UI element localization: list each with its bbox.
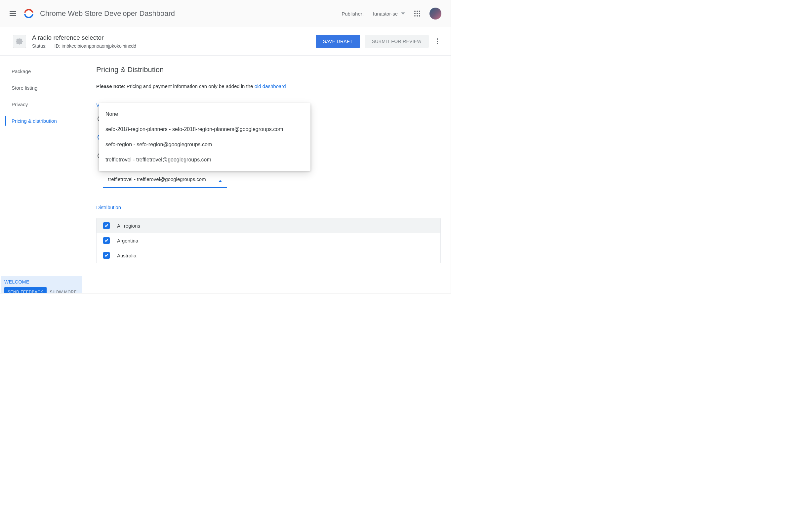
- item-id-value: imbkeeibioanppnoaomjpkokolhincdd: [61, 43, 136, 48]
- group-option-none[interactable]: None: [99, 106, 310, 122]
- avatar[interactable]: [430, 8, 441, 19]
- publisher-dropdown[interactable]: funastor-se: [373, 11, 405, 16]
- save-draft-button[interactable]: SAVE DRAFT: [316, 35, 360, 48]
- more-menu-icon[interactable]: [433, 36, 441, 47]
- region-row: Argentina: [97, 233, 440, 248]
- region-checkbox[interactable]: [103, 252, 110, 259]
- old-dashboard-link[interactable]: old dashboard: [255, 83, 286, 89]
- region-checkbox[interactable]: [103, 237, 110, 244]
- region-row: Australia: [97, 248, 440, 263]
- item-name: A radio reference selector: [32, 34, 136, 41]
- chevron-up-icon: [219, 177, 222, 184]
- item-header-bar: A radio reference selector Status: ID: i…: [0, 27, 451, 56]
- pricing-note: Please note: Pricing and payment informa…: [96, 83, 441, 89]
- sidebar-item-pricing-distribution[interactable]: Pricing & distribution: [0, 113, 86, 129]
- group-select-value: treffletrovel - trefflerovel@googlegroup…: [108, 176, 206, 183]
- region-label: Australia: [117, 253, 136, 258]
- send-feedback-button[interactable]: SEND FEEDBACK: [4, 287, 47, 293]
- chrome-logo-icon: [24, 9, 33, 18]
- distribution-table: All regions Argentina Australia: [96, 218, 441, 263]
- menu-icon[interactable]: [10, 10, 16, 17]
- sidebar-item-privacy[interactable]: Privacy: [0, 96, 86, 113]
- item-status-label: Status:: [32, 43, 47, 48]
- region-row-all: All regions: [97, 218, 440, 233]
- page-title: Chrome Web Store Developer Dashboard: [40, 9, 175, 18]
- welcome-title: WELCOME: [4, 279, 79, 285]
- apps-grid-icon[interactable]: [414, 11, 420, 16]
- main-content: Pricing & Distribution Please note: Pric…: [86, 56, 451, 294]
- welcome-panel: WELCOME SEND FEEDBACK SHOW MORE: [1, 276, 82, 293]
- group-option-2[interactable]: sefo-region - sefo-region@googlegroups.c…: [99, 137, 310, 152]
- top-bar: Chrome Web Store Developer Dashboard Pub…: [0, 0, 451, 27]
- region-label: Argentina: [117, 238, 138, 243]
- region-checkbox-all[interactable]: [103, 222, 110, 229]
- chevron-down-icon: [401, 12, 405, 16]
- group-option-3[interactable]: treffletrovel - treffletrovel@googlegrou…: [99, 152, 310, 167]
- show-more-button[interactable]: SHOW MORE: [50, 290, 77, 293]
- extension-icon: [13, 35, 26, 48]
- note-bold: Please note: [96, 83, 124, 89]
- title-strong: Chrome Web Store: [40, 9, 102, 17]
- group-select-menu: None sefo-2018-region-planners - sefo-20…: [99, 103, 310, 171]
- group-select-field[interactable]: treffletrovel - trefflerovel@googlegroup…: [103, 171, 227, 188]
- group-option-1[interactable]: sefo-2018-region-planners - sefo-2018-re…: [99, 122, 310, 137]
- section-title: Pricing & Distribution: [96, 66, 441, 74]
- sidebar: Package Store listing Privacy Pricing & …: [0, 56, 86, 294]
- submit-review-button[interactable]: SUBMIT FOR REVIEW: [365, 35, 429, 48]
- title-rest: Developer Dashboard: [104, 9, 175, 17]
- item-id-label: ID:: [55, 43, 60, 48]
- publisher-value: funastor-se: [373, 11, 398, 16]
- region-label: All regions: [117, 223, 140, 229]
- note-rest: : Pricing and payment information can on…: [124, 83, 254, 89]
- sidebar-item-package[interactable]: Package: [0, 63, 86, 80]
- sidebar-item-store-listing[interactable]: Store listing: [0, 80, 86, 96]
- distribution-header: Distribution: [96, 204, 441, 210]
- publisher-label: Publisher:: [342, 11, 364, 16]
